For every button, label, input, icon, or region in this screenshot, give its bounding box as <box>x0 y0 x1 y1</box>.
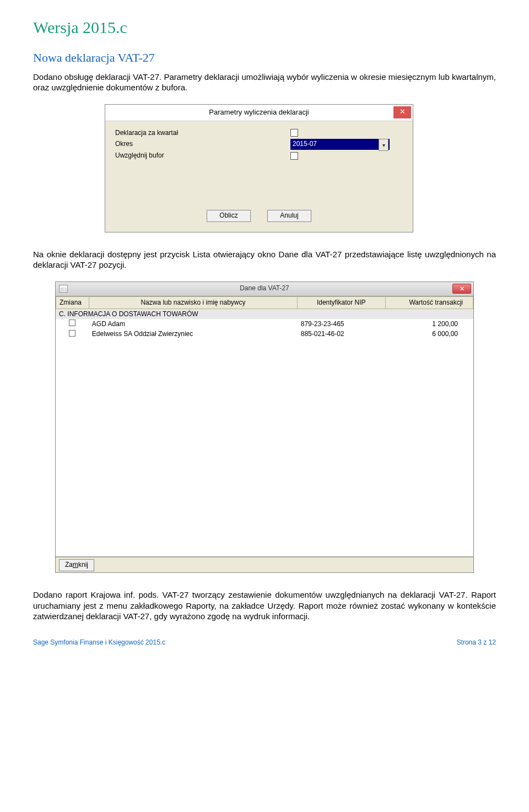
cell-wart: 6 000,00 <box>385 329 473 340</box>
page-title: Wersja 2015.c <box>33 17 496 38</box>
cell-checkbox <box>56 329 89 340</box>
paragraph-lista: Na oknie deklaracji dostępny jest przyci… <box>33 249 496 270</box>
row-okres: Okres 2015-07 <box>115 139 403 150</box>
table-row[interactable]: AGD Adam 879-23-23-465 1 200,00 <box>56 319 473 329</box>
data-table-header: Zmiana Nazwa lub nazwisko i imię nabywcy… <box>56 296 473 310</box>
table-header-row: Zmiana Nazwa lub nazwisko i imię nabywcy… <box>56 296 473 309</box>
col-header-nazwa[interactable]: Nazwa lub nazwisko i imię nabywcy <box>89 296 297 309</box>
row-checkbox[interactable] <box>69 320 75 326</box>
label-uwzglednij-bufor: Uwzględnij bufor <box>115 151 286 160</box>
row-uwzglednij-bufor: Uwzględnij bufor <box>115 151 403 160</box>
paragraph-intro: Dodano obsługę deklaracji VAT-27. Parame… <box>33 72 496 93</box>
checkbox-uwzglednij-bufor[interactable] <box>290 152 298 160</box>
combo-okres[interactable]: 2015-07 <box>290 139 390 150</box>
oblicz-button[interactable]: Oblicz <box>207 210 251 222</box>
row-checkbox[interactable] <box>69 330 75 337</box>
section-row: C. INFORMACJA O DOSTAWACH TOWARÓW <box>56 309 473 319</box>
row-deklaracja-kwartal: Deklaracja za kwartał <box>115 129 403 138</box>
cell-checkbox <box>56 319 89 329</box>
dialog-content: Deklaracja za kwartał Okres 2015-07 Uwzg… <box>105 121 413 232</box>
table-row[interactable]: Edelweiss SA Oddział Zwierzyniec 885-021… <box>56 329 473 340</box>
col-header-nip[interactable]: Identyfikator NIP <box>298 296 386 309</box>
cell-nip: 879-23-23-465 <box>298 319 386 329</box>
close-button[interactable]: ✕ <box>452 284 471 294</box>
label-deklaracja-kwartal: Deklaracja za kwartał <box>115 129 286 138</box>
section-heading: Nowa deklaracja VAT-27 <box>33 50 496 66</box>
cell-wart: 1 200,00 <box>385 319 473 329</box>
col-header-wart[interactable]: Wartość transakcji <box>385 296 473 309</box>
dialog-parametry: Parametry wyliczenia deklaracji ✕ Deklar… <box>105 104 413 232</box>
anuluj-button[interactable]: Anuluj <box>267 210 311 222</box>
dialog-buttons: Oblicz Anuluj <box>115 210 403 222</box>
window-footer: Zamknij <box>56 557 473 572</box>
cell-nip: 885-021-46-02 <box>298 329 386 340</box>
dialog-titlebar: Parametry wyliczenia deklaracji ✕ <box>105 105 413 121</box>
footer-right: Strona 3 z 12 <box>457 638 496 647</box>
data-table-body: C. INFORMACJA O DOSTAWACH TOWARÓW AGD Ad… <box>56 309 473 339</box>
page-footer: Sage Symfonia Finanse i Księgowość 2015.… <box>33 638 496 647</box>
cell-nazwa: Edelweiss SA Oddział Zwierzyniec <box>89 329 298 340</box>
section-label: C. INFORMACJA O DOSTAWACH TOWARÓW <box>56 309 473 319</box>
col-header-zmiana[interactable]: Zmiana <box>56 296 89 309</box>
table-body-scroll[interactable]: C. INFORMACJA O DOSTAWACH TOWARÓW AGD Ad… <box>56 309 473 557</box>
cell-nazwa: AGD Adam <box>89 319 298 329</box>
document-icon <box>59 285 68 293</box>
label-okres: Okres <box>115 140 286 149</box>
window-dane-vat27: Dane dla VAT-27 ✕ Zmiana Nazwa lub nazwi… <box>55 282 474 573</box>
zamknij-button[interactable]: Zamknij <box>59 559 94 571</box>
close-button[interactable]: ✕ <box>393 106 411 118</box>
paragraph-raport: Dodano raport Krajowa inf. pods. VAT-27 … <box>33 589 496 622</box>
window-title: Dane dla VAT-27 <box>240 284 289 293</box>
dialog-title: Parametry wyliczenia deklaracji <box>209 108 309 117</box>
window-titlebar: Dane dla VAT-27 ✕ <box>56 282 473 296</box>
checkbox-deklaracja-kwartal[interactable] <box>290 129 298 137</box>
footer-left: Sage Symfonia Finanse i Księgowość 2015.… <box>33 638 165 647</box>
